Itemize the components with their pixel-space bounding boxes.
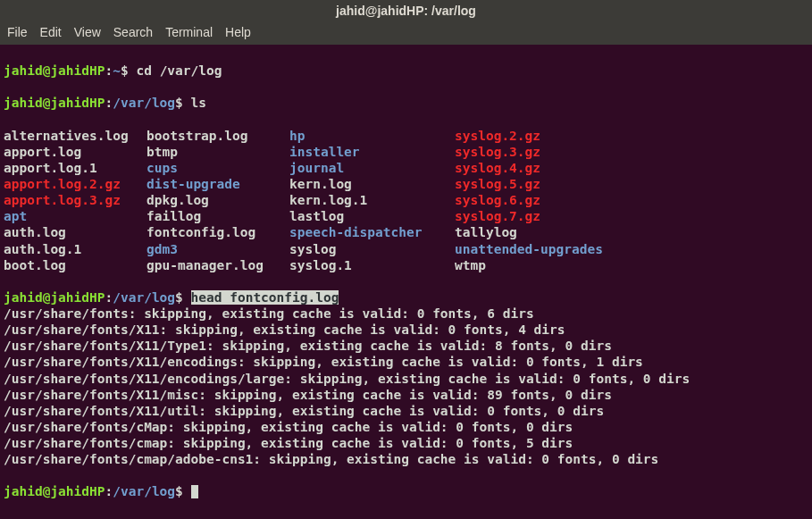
ls-row: auth.logfontconfig.logspeech-dispatchert… [4, 224, 808, 240]
ls-entry: syslog [289, 241, 455, 257]
ls-entry: speech-dispatcher [289, 224, 455, 240]
menu-help[interactable]: Help [225, 25, 251, 41]
prompt-user: jahid@jahidHP [4, 290, 105, 305]
ls-entry: tallylog [455, 224, 633, 240]
output-line: /usr/share/fonts/X11/encodings: skipping… [4, 354, 808, 370]
output-line: /usr/share/fonts/cmap: skipping, existin… [4, 435, 808, 451]
command-cd: cd /var/log [136, 63, 222, 78]
ls-entry: auth.log [4, 224, 146, 240]
prompt-sep: : [105, 290, 113, 305]
ls-entry: apport.log.2.gz [4, 176, 146, 192]
ls-entry: fontconfig.log [146, 224, 289, 240]
ls-entry: apt [4, 208, 146, 224]
ls-entry: apport.log.3.gz [4, 192, 146, 208]
output-line: /usr/share/fonts/X11/encodings/large: sk… [4, 371, 808, 387]
prompt-dollar: $ [121, 63, 136, 78]
output-line: /usr/share/fonts/cMap: skipping, existin… [4, 419, 808, 435]
prompt-sep: : [105, 96, 113, 110]
ls-row: boot.loggpu-manager.logsyslog.1wtmp [4, 257, 808, 273]
menu-view[interactable]: View [74, 25, 101, 41]
ls-entry: syslog.6.gz [455, 192, 633, 208]
menu-terminal[interactable]: Terminal [165, 25, 213, 41]
output-line: /usr/share/fonts/X11/misc: skipping, exi… [4, 387, 808, 403]
ls-entry: syslog.7.gz [455, 208, 633, 224]
window-title: jahid@jahidHP: /var/log [336, 4, 476, 18]
prompt-sep: : [105, 484, 113, 498]
ls-entry: syslog.5.gz [455, 176, 633, 192]
menu-file[interactable]: File [7, 25, 28, 41]
head-output: /usr/share/fonts: skipping, existing cac… [4, 306, 808, 467]
prompt-path: ~ [113, 63, 121, 78]
prompt-path: /var/log [113, 484, 175, 498]
ls-entry: kern.log [289, 176, 455, 192]
command-ls: ls [191, 96, 206, 110]
ls-entry: kern.log.1 [289, 192, 455, 208]
menu-edit[interactable]: Edit [40, 25, 62, 41]
menu-search[interactable]: Search [113, 25, 153, 41]
ls-entry: auth.log.1 [4, 241, 146, 257]
ls-entry: installer [289, 144, 455, 160]
ls-row: apport.logbtmpinstallersyslog.3.gz [4, 144, 808, 160]
ls-entry: bootstrap.log [146, 128, 289, 144]
terminal-line: jahid@jahidHP:/var/log$ [4, 483, 808, 499]
ls-entry: alternatives.log [4, 128, 146, 144]
prompt-user: jahid@jahidHP [4, 484, 105, 498]
ls-entry: apport.log.1 [4, 160, 146, 176]
ls-entry: gdm3 [146, 241, 289, 257]
output-line: /usr/share/fonts/X11/Type1: skipping, ex… [4, 338, 808, 354]
ls-row: apport.log.2.gzdist-upgradekern.logsyslo… [4, 176, 808, 192]
ls-entry: dist-upgrade [146, 176, 289, 192]
prompt-path: /var/log [113, 96, 175, 110]
prompt-user: jahid@jahidHP [4, 96, 105, 110]
ls-entry: syslog.3.gz [455, 144, 633, 160]
prompt-path: /var/log [113, 290, 175, 305]
prompt-sep: : [105, 63, 113, 78]
output-line: /usr/share/fonts/cmap/adobe-cns1: skippi… [4, 451, 808, 467]
ls-entry: gpu-manager.log [146, 257, 289, 273]
ls-entry: lastlog [289, 208, 455, 224]
prompt-dollar: $ [175, 484, 190, 498]
terminal-line: jahid@jahidHP:/var/log$ head fontconfig.… [4, 290, 339, 305]
ls-output: alternatives.logbootstrap.loghpsyslog.2.… [4, 128, 808, 273]
ls-entry: boot.log [4, 257, 146, 273]
ls-entry: btmp [146, 144, 289, 160]
ls-entry: journal [289, 160, 455, 176]
ls-entry: wtmp [455, 257, 633, 273]
ls-row: auth.log.1gdm3syslogunattended-upgrades [4, 241, 808, 257]
command-head-highlighted: head fontconfig.log [191, 290, 339, 305]
terminal-area[interactable]: jahid@jahidHP:~$ cd /var/log jahid@jahid… [0, 45, 812, 519]
ls-row: apport.log.3.gzdpkg.logkern.log.1syslog.… [4, 192, 808, 208]
window-titlebar: jahid@jahidHP: /var/log [0, 0, 812, 21]
ls-entry: cups [146, 160, 289, 176]
ls-entry: dpkg.log [146, 192, 289, 208]
ls-row: aptfailloglastlogsyslog.7.gz [4, 208, 808, 224]
prompt-dollar: $ [175, 290, 190, 305]
prompt-dollar: $ [175, 96, 190, 110]
ls-row: alternatives.logbootstrap.loghpsyslog.2.… [4, 128, 808, 144]
output-line: /usr/share/fonts/X11: skipping, existing… [4, 322, 808, 338]
menu-bar: File Edit View Search Terminal Help [0, 21, 812, 45]
ls-entry: apport.log [4, 144, 146, 160]
output-line: /usr/share/fonts/X11/util: skipping, exi… [4, 403, 808, 419]
prompt-user: jahid@jahidHP [4, 63, 105, 78]
terminal-line: jahid@jahidHP:/var/log$ ls [4, 95, 808, 111]
ls-row: apport.log.1cupsjournalsyslog.4.gz [4, 160, 808, 176]
ls-entry: syslog.1 [289, 257, 455, 273]
terminal-line: jahid@jahidHP:~$ cd /var/log [4, 63, 808, 79]
ls-entry: syslog.2.gz [455, 128, 633, 144]
ls-entry: faillog [146, 208, 289, 224]
cursor-icon [191, 485, 198, 498]
ls-entry: hp [289, 128, 455, 144]
ls-entry: unattended-upgrades [455, 241, 633, 257]
output-line: /usr/share/fonts: skipping, existing cac… [4, 306, 808, 322]
ls-entry: syslog.4.gz [455, 160, 633, 176]
